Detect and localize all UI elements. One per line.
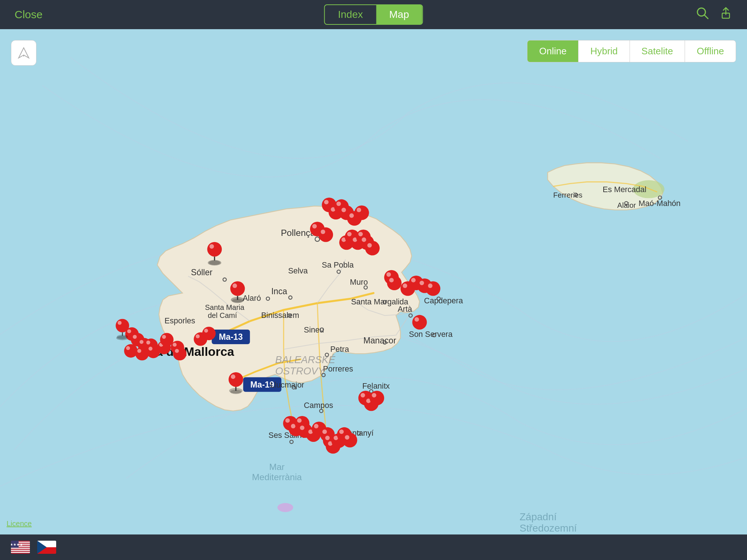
map-pin[interactable] xyxy=(173,347,186,361)
svg-point-153 xyxy=(412,315,427,330)
svg-point-76 xyxy=(230,281,245,296)
svg-point-118 xyxy=(336,202,341,206)
tab-map[interactable]: Map xyxy=(376,5,422,24)
svg-point-110 xyxy=(229,372,243,387)
map-pin[interactable] xyxy=(202,327,216,340)
map-pin[interactable] xyxy=(124,344,138,358)
svg-point-182 xyxy=(339,429,344,434)
svg-point-90 xyxy=(126,346,130,350)
map-container[interactable]: Online Hybrid Satelite Offline xyxy=(0,29,747,534)
svg-text:Llucmajor: Llucmajor xyxy=(270,380,304,389)
licence-link[interactable]: Licence xyxy=(7,520,32,528)
svg-point-103 xyxy=(173,347,186,361)
svg-text:OSTROVY: OSTROVY xyxy=(275,365,325,377)
svg-point-168 xyxy=(300,425,304,430)
svg-text:Ferreries: Ferreries xyxy=(553,191,582,199)
map-pin[interactable] xyxy=(365,241,380,256)
svg-text:Sineu: Sineu xyxy=(304,325,324,334)
svg-point-73 xyxy=(209,244,214,249)
svg-point-152 xyxy=(428,284,432,288)
svg-point-122 xyxy=(349,213,354,218)
svg-point-96 xyxy=(148,347,152,351)
flag-us[interactable]: ★★★★★ xyxy=(11,541,30,554)
svg-point-123 xyxy=(355,206,369,220)
map-type-hybrid[interactable]: Hybrid xyxy=(578,40,630,62)
svg-point-89 xyxy=(124,344,138,358)
svg-text:Es Mercadal: Es Mercadal xyxy=(603,185,646,194)
location-button[interactable] xyxy=(11,40,36,66)
svg-point-77 xyxy=(232,284,237,288)
svg-point-183 xyxy=(342,433,357,447)
svg-text:Petra: Petra xyxy=(330,345,349,354)
svg-point-100 xyxy=(162,335,166,339)
svg-point-143 xyxy=(387,276,402,290)
map-type-offline[interactable]: Offline xyxy=(685,40,736,62)
svg-text:Mar: Mar xyxy=(269,462,285,472)
svg-point-172 xyxy=(314,424,318,428)
svg-point-0 xyxy=(697,8,705,16)
svg-text:Porreres: Porreres xyxy=(323,364,353,373)
svg-text:Esporles: Esporles xyxy=(165,316,195,325)
svg-point-124 xyxy=(357,208,361,212)
svg-point-120 xyxy=(341,208,346,212)
svg-point-127 xyxy=(318,228,333,242)
svg-text:Ma-13: Ma-13 xyxy=(219,332,243,342)
search-button[interactable] xyxy=(696,7,709,23)
svg-text:Středozemní: Středozemní xyxy=(519,522,577,534)
svg-text:Binissalem: Binissalem xyxy=(261,311,299,320)
svg-point-162 xyxy=(285,418,290,423)
map-pin[interactable] xyxy=(355,206,369,220)
svg-point-156 xyxy=(361,393,365,397)
svg-point-151 xyxy=(426,281,440,296)
svg-point-166 xyxy=(297,418,302,423)
svg-rect-194 xyxy=(11,550,30,551)
map-type-online[interactable]: Online xyxy=(527,40,578,62)
svg-point-187 xyxy=(117,335,128,339)
svg-point-81 xyxy=(118,321,122,325)
svg-point-154 xyxy=(414,317,419,322)
map-pin[interactable] xyxy=(387,276,402,290)
svg-point-136 xyxy=(358,232,363,236)
svg-point-132 xyxy=(347,232,352,236)
svg-text:Mediterrània: Mediterrània xyxy=(252,472,302,482)
map-pin[interactable] xyxy=(342,433,357,447)
svg-text:Manacor: Manacor xyxy=(363,336,396,345)
svg-text:Felanitx: Felanitx xyxy=(362,381,390,390)
svg-point-160 xyxy=(372,393,376,397)
header-center: Index Map xyxy=(324,4,423,25)
svg-point-184 xyxy=(345,435,349,439)
map-type-controls: Online Hybrid Satelite Offline xyxy=(527,40,736,62)
svg-point-92 xyxy=(137,349,141,353)
map-pin[interactable] xyxy=(318,228,333,242)
flag-cz[interactable] xyxy=(37,541,56,554)
map-pin[interactable] xyxy=(426,281,440,296)
svg-point-139 xyxy=(365,241,380,256)
svg-point-138 xyxy=(362,237,366,242)
svg-point-107 xyxy=(202,327,216,340)
map-pin[interactable] xyxy=(369,391,384,405)
svg-rect-193 xyxy=(11,548,30,549)
svg-point-84 xyxy=(127,329,131,333)
svg-point-114 xyxy=(324,200,328,204)
svg-point-164 xyxy=(291,424,295,428)
svg-text:Sa Pobla: Sa Pobla xyxy=(322,261,353,270)
svg-point-106 xyxy=(196,334,200,338)
svg-text:Muro: Muro xyxy=(350,277,368,287)
share-button[interactable] xyxy=(719,7,732,23)
svg-text:Artà: Artà xyxy=(398,304,412,314)
svg-text:★★★★★: ★★★★★ xyxy=(11,542,23,547)
map-pin[interactable] xyxy=(412,315,427,330)
svg-text:Alaró: Alaró xyxy=(243,293,261,303)
svg-point-146 xyxy=(403,284,407,288)
svg-point-70 xyxy=(278,503,293,512)
svg-point-186 xyxy=(232,299,243,303)
svg-point-188 xyxy=(230,390,241,394)
svg-point-150 xyxy=(419,281,424,285)
close-button[interactable]: Close xyxy=(15,8,43,21)
tab-index[interactable]: Index xyxy=(325,5,376,24)
map-type-satelite[interactable]: Satelite xyxy=(630,40,685,62)
header: Close Index Map xyxy=(0,0,747,29)
svg-point-144 xyxy=(389,278,394,282)
svg-point-72 xyxy=(207,242,222,257)
svg-point-176 xyxy=(325,436,330,440)
